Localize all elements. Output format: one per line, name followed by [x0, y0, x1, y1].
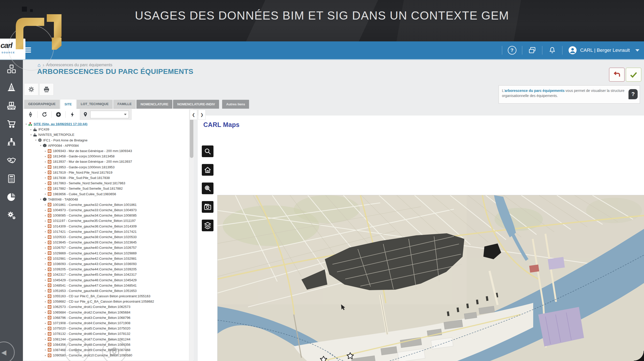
tree-item-label[interactable]: 1817882 - Semelle_Sud:Semelle_Sud:181788…: [53, 187, 123, 190]
tree-item-label[interactable]: 1001861 - Corniche_gauche32:Corniche_Bét…: [53, 203, 137, 207]
tree-item[interactable]: ▸1065684 - Corniche_droit2:Corniche_Béto…: [23, 310, 188, 315]
tree-item[interactable]: ▸1081244 - Corniche_droit7:Corniche_Béto…: [23, 337, 188, 342]
expand-node-icon[interactable]: ▸: [44, 236, 47, 238]
tab-geographique[interactable]: GEOGRAPHIQUE: [24, 100, 60, 109]
tree-item-label[interactable]: 1809343 - Mur de base:Générique - 200 mm…: [53, 149, 132, 153]
tree-item-label[interactable]: 1051653 - Corniche_gauche48:Corniche_Bét…: [53, 289, 137, 293]
tree-item[interactable]: ▸1001861 - Corniche_gauche32:Corniche_Bé…: [23, 202, 188, 207]
tree-item[interactable]: ▸1023645 - Corniche_gauche39:Corniche_Bé…: [23, 240, 188, 245]
tree-item[interactable]: ▸1020533 - Corniche_gauche38:Corniche_Bé…: [23, 234, 188, 240]
purchase-cart-icon[interactable]: [0, 115, 23, 133]
expand-node-icon[interactable]: ▸: [44, 171, 47, 174]
expand-node-icon[interactable]: ▸: [29, 128, 33, 131]
tree-item-label[interactable]: NANTES_METROPOLE: [38, 133, 74, 137]
expand-node-icon[interactable]: ▸: [44, 322, 47, 324]
tree-item[interactable]: ▸1983656 - Culée_Sud:Culée_Sud:1983656: [23, 191, 188, 196]
tree-item[interactable]: ▸1017421 - Corniche_gauche37:Corniche_Bé…: [23, 229, 188, 234]
tree-item[interactable]: ▸1813458 - Garde-corps:1000mm:1813458: [23, 154, 188, 159]
collapse-node-icon[interactable]: ▾: [39, 198, 42, 201]
tree-item-label[interactable]: 1817863 - Semelle_Nord:Semelle_Nord:1817…: [53, 181, 125, 185]
tree-item-label[interactable]: 1039205 - Corniche_gauche44:Corniche_Bét…: [53, 267, 137, 271]
expand-node-icon[interactable]: ▸: [44, 187, 47, 190]
tree-item[interactable]: ▸1817882 - Semelle_Sud:Semelle_Sud:18178…: [23, 186, 188, 191]
tree-item-label[interactable]: 1983656 - Culée_Sud:Culée_Sud:1983656: [53, 192, 116, 196]
tree-item-label[interactable]: 1065684 - Corniche_droit2:Corniche_Béton…: [53, 310, 130, 314]
tree-item[interactable]: ▸1062573 - Corniche_droit1:Corniche_Béto…: [23, 304, 188, 309]
tree-item-label[interactable]: 1026757 - Corniche_gauche40:Corniche_Bét…: [53, 246, 137, 250]
tree-item-label[interactable]: 1011197 - Corniche_gauche35:Corniche_Bét…: [53, 219, 136, 223]
tree-item-label[interactable]: 1048541 - Corniche_gauche47:Corniche_Bét…: [53, 284, 137, 287]
tree-item[interactable]: ▸1817838 - Pile_Sud:Pile_Sud:1817838: [23, 175, 188, 180]
undo-button[interactable]: [609, 68, 625, 82]
tree-item[interactable]: ▸1090580 - Corniche_droit10:Corniche_Bét…: [23, 353, 188, 358]
tree-item[interactable]: ▸1068796 - Corniche_droit3:Corniche_Béto…: [23, 315, 188, 320]
tab-lot-technique[interactable]: LOT_TECHNIQUE: [77, 100, 113, 109]
expand-node-icon[interactable]: ▸: [44, 327, 47, 330]
refresh-icon[interactable]: [40, 110, 49, 119]
tree-item-label[interactable]: 1817838 - Pile_Sud:Pile_Sud:1817838: [53, 176, 110, 180]
tree-scrollbar[interactable]: [189, 109, 194, 360]
expand-node-icon[interactable]: ▸: [44, 150, 47, 152]
tree-item[interactable]: ▸1055163 - CD sur Pile:C_BA_Caisson Béto…: [23, 293, 188, 299]
tree-item-label[interactable]: TAB0048 - TAB0048: [48, 198, 78, 201]
expand-node-icon[interactable]: ▸: [44, 225, 47, 227]
expand-node-icon[interactable]: ▸: [44, 230, 47, 233]
tree-item-label[interactable]: 1062573 - Corniche_droit1:Corniche_Béton…: [53, 305, 130, 309]
tree-item-label[interactable]: 1042317 - Corniche_gauche45:Corniche_Bét…: [53, 273, 137, 276]
expand-node-icon[interactable]: ▸: [44, 354, 47, 357]
tree-item[interactable]: ▸1813937 - Mur de base:Générique - 200 m…: [23, 159, 188, 164]
print-icon[interactable]: [39, 83, 54, 95]
tab-nomenclature[interactable]: NOMENCLATURE: [136, 100, 173, 109]
help-icon[interactable]: ?: [508, 46, 516, 55]
locate-icon[interactable]: [26, 110, 35, 119]
contracts-handshake-icon[interactable]: [0, 151, 23, 170]
settings-gears-icon[interactable]: [0, 206, 23, 224]
expand-node-icon[interactable]: ▸: [44, 241, 47, 244]
collapse-node-icon[interactable]: ▾: [25, 123, 28, 125]
tree-item[interactable]: ▸1014309 - Corniche_gauche36:Corniche_Bé…: [23, 224, 188, 229]
map-layers-icon[interactable]: [202, 220, 213, 231]
tab-autres-liens[interactable]: Autres liens: [222, 100, 249, 109]
expand-node-icon[interactable]: ▸: [44, 247, 47, 249]
expand-node-icon[interactable]: ▸: [44, 349, 47, 351]
expand-node-icon[interactable]: ▸: [44, 176, 47, 179]
collapse-node-icon[interactable]: ▾: [34, 139, 37, 141]
user-menu[interactable]: CARL | Berger Levrault: [568, 46, 639, 55]
expand-node-icon[interactable]: ▸: [44, 289, 47, 292]
tree-item-label[interactable]: 1084356 - Corniche_droit8:Corniche_Béton…: [53, 343, 130, 347]
tree-item[interactable]: ▸1087468 - Corniche_droit9:Corniche_Béto…: [23, 347, 188, 353]
expand-node-icon[interactable]: ▸: [44, 311, 47, 314]
tree-item-label[interactable]: 1032981 - Corniche_gauche42:Corniche_Bét…: [53, 257, 137, 260]
tree-item[interactable]: ▾NANTES_METROPOLE: [23, 132, 188, 137]
expand-node-icon[interactable]: ▸: [44, 338, 47, 340]
tree-item-label[interactable]: 1036093 - Corniche_gauche43:Corniche_Bét…: [53, 262, 137, 266]
expand-node-icon[interactable]: ▸: [44, 333, 47, 335]
tree-item[interactable]: ▸1039205 - Corniche_gauche44:Corniche_Bé…: [23, 267, 188, 272]
expand-node-icon[interactable]: ▸: [44, 155, 47, 158]
tab-famille[interactable]: FAMILLE: [113, 100, 136, 109]
tree-item[interactable]: ▸1042317 - Corniche_gauche45:Corniche_Bé…: [23, 272, 188, 277]
map-search-icon[interactable]: [202, 183, 213, 194]
tree-item[interactable]: ▾SITE (Site, au 16/06/2021 17:33:44): [23, 121, 188, 127]
expand-node-icon[interactable]: ▸: [44, 262, 47, 265]
map-home-icon[interactable]: [202, 164, 213, 176]
tree-item[interactable]: ▸1078132 - Corniche_droit6:Corniche_Béto…: [23, 331, 188, 336]
tree-item[interactable]: ▸IFC439: [23, 127, 188, 132]
tree-item-label[interactable]: 1020533 - Corniche_gauche38:Corniche_Bét…: [53, 235, 137, 239]
tree-item[interactable]: ▸1817863 - Semelle_Nord:Semelle_Nord:181…: [23, 180, 188, 186]
expand-node-icon[interactable]: ▸: [44, 220, 47, 222]
tree-item-label[interactable]: 1071908 - Corniche_droit4:Corniche_Béton…: [53, 321, 130, 325]
tree-item[interactable]: ▸1058682 - CD sur Pile_g:C_BA_Caisson Bé…: [23, 299, 188, 304]
expand-node-icon[interactable]: ▸: [44, 166, 47, 168]
windows-icon[interactable]: [528, 46, 536, 55]
expand-node-icon[interactable]: ▸: [44, 300, 47, 303]
tab-nomenclature-indiv[interactable]: NOMENCLATURE-INDIV: [173, 100, 219, 109]
tree-item-label[interactable]: 1023645 - Corniche_gauche39:Corniche_Bét…: [53, 240, 137, 244]
tree-item[interactable]: ▸1071908 - Corniche_droit4:Corniche_Béto…: [23, 320, 188, 326]
settings-gear-icon[interactable]: [24, 83, 38, 95]
expand-node-icon[interactable]: ▸: [44, 273, 47, 276]
map-view[interactable]: North House la Haute Île: [217, 195, 644, 361]
tree-item-label[interactable]: 1014309 - Corniche_gauche36:Corniche_Bét…: [53, 224, 137, 228]
tree-item-label[interactable]: 1817819 - Pile_Nord:Pile_Nord:1817819: [53, 171, 112, 174]
expand-node-icon[interactable]: ▸: [44, 209, 47, 211]
